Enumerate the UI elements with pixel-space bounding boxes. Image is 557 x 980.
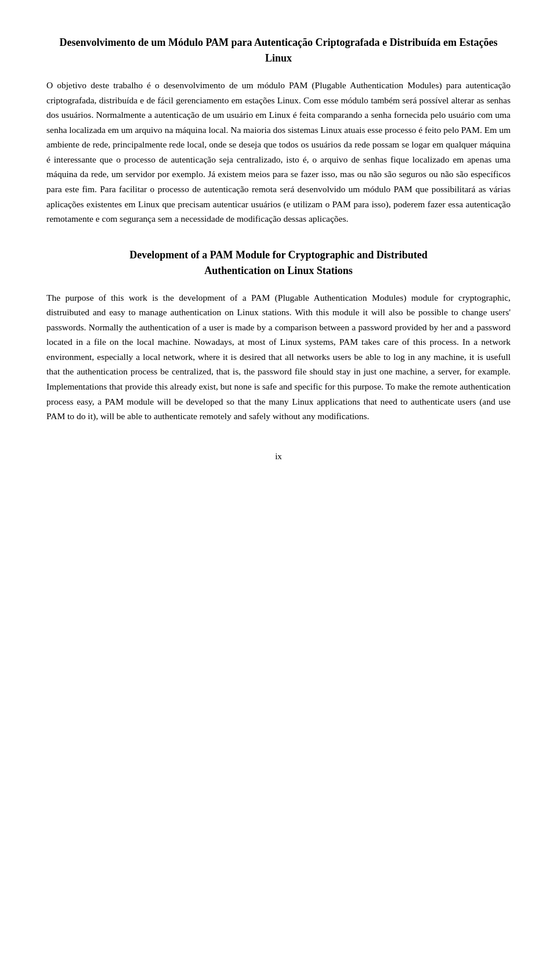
portuguese-title: Desenvolvimento de um Módulo PAM para Au… [46,35,511,66]
english-section: Development of a PAM Module for Cryptogr… [46,247,511,424]
english-title: Development of a PAM Module for Cryptogr… [46,247,511,279]
page-container: Desenvolvimento de um Módulo PAM para Au… [0,0,557,980]
page-number: ix [46,452,511,462]
portuguese-section: Desenvolvimento de um Módulo PAM para Au… [46,35,511,226]
english-paragraph-1: The purpose of this work is the developm… [46,290,511,424]
portuguese-paragraph-1: O objetivo deste trabalho é o desenvolvi… [46,78,511,226]
